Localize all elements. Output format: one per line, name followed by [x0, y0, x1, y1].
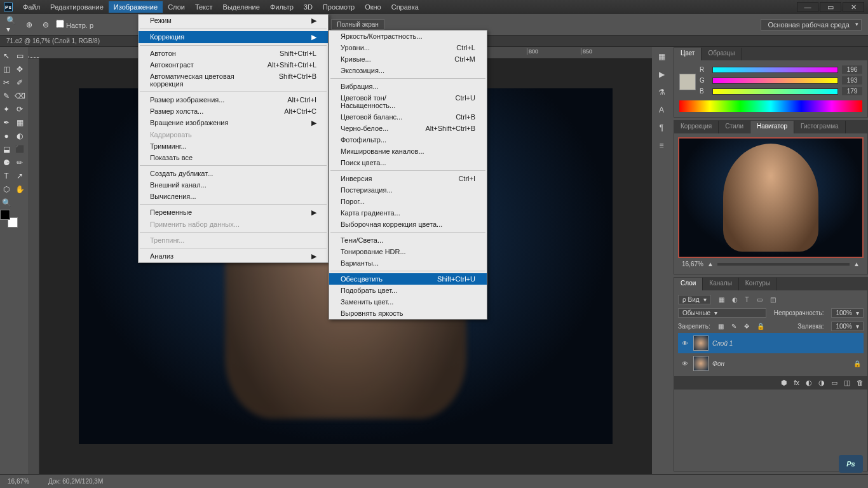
menu-item[interactable]: Цветовой тон/Насыщенность...Ctrl+U	[329, 92, 487, 111]
zoom-in-small-icon[interactable]: ▲	[853, 261, 860, 268]
menu-item[interactable]: Цветовой баланс...Ctrl+B	[329, 111, 487, 123]
layer-thumbnail[interactable]	[693, 336, 709, 351]
menu-item[interactable]: Вибрация...	[329, 81, 487, 92]
lock-all-icon[interactable]: 🔒	[757, 323, 764, 330]
layer-item[interactable]: 👁 Фон 🔒	[678, 353, 864, 374]
layer-footer-icon-3[interactable]: ◑	[818, 379, 825, 387]
menu-слои[interactable]: Слои	[163, 1, 190, 13]
menu-справка[interactable]: Справка	[386, 1, 424, 13]
tab-paths[interactable]: Контуры	[739, 278, 777, 290]
lock-transparency-icon[interactable]: ▦	[718, 323, 724, 330]
lock-image-icon[interactable]: ✎	[731, 323, 736, 330]
menu-item[interactable]: Внешний канал...	[139, 179, 328, 191]
menu-item[interactable]: Микширование каналов...	[329, 146, 487, 157]
navigator-zoom-slider[interactable]	[717, 263, 850, 266]
layer-footer-icon-0[interactable]: ⬢	[781, 379, 787, 387]
menu-item[interactable]: Вычисления...	[139, 191, 328, 202]
menu-item[interactable]: АвтоконтрастAlt+Shift+Ctrl+L	[139, 59, 328, 71]
r-slider[interactable]	[712, 67, 838, 73]
opacity-value[interactable]: 100%	[831, 308, 864, 318]
tool-15[interactable]: ⬛	[13, 143, 26, 156]
menu-редактирование[interactable]: Редактирование	[45, 1, 109, 13]
minimize-button[interactable]: —	[797, 2, 818, 12]
layer-footer-icon-4[interactable]: ▭	[831, 379, 837, 387]
filter-smart-icon[interactable]: ◫	[770, 296, 776, 303]
foreground-swatch[interactable]	[0, 210, 10, 220]
menu-item[interactable]: Коррекция▶	[139, 31, 328, 43]
tab-styles[interactable]: Стили	[719, 121, 750, 133]
maximize-button[interactable]: ▭	[820, 2, 841, 12]
layer-item[interactable]: 👁 Слой 1	[678, 333, 864, 353]
r-value[interactable]: 196	[842, 65, 862, 74]
blend-mode-select[interactable]: Обычные	[678, 308, 766, 318]
image-menu-dropdown[interactable]: Режим▶Коррекция▶АвтотонShift+Ctrl+LАвток…	[138, 14, 329, 263]
tool-2[interactable]: ◫	[0, 63, 13, 76]
tool-0[interactable]: ↖	[0, 50, 13, 62]
color-spectrum[interactable]	[679, 100, 862, 112]
collapsed-panel-icon-1[interactable]: ▶	[656, 69, 667, 80]
collapsed-panel-icon-2[interactable]: ⚗	[656, 86, 667, 98]
menu-item[interactable]: Кривые...Ctrl+M	[329, 53, 487, 65]
tab-layers[interactable]: Слои	[674, 278, 703, 290]
menu-item[interactable]: Постеризация...	[329, 184, 487, 196]
menu-item[interactable]: Фотофильтр...	[329, 134, 487, 146]
layer-thumbnail[interactable]	[693, 356, 709, 371]
tool-12[interactable]: ●	[0, 130, 13, 142]
tool-17[interactable]: ✏	[13, 156, 26, 169]
menu-изображение[interactable]: Изображение	[109, 1, 163, 13]
menu-item[interactable]: Яркость/Контрастность...	[329, 30, 487, 42]
menu-item[interactable]: Заменить цвет...	[329, 296, 487, 308]
menu-файл[interactable]: Файл	[18, 1, 45, 13]
layer-name[interactable]: Слой 1	[712, 340, 733, 347]
menu-item[interactable]: Размер изображения...Alt+Ctrl+I	[139, 94, 328, 105]
menu-item[interactable]: Экспозиция...	[329, 65, 487, 76]
tool-11[interactable]: ▦	[13, 116, 26, 129]
menu-выделение[interactable]: Выделение	[218, 1, 265, 13]
status-zoom[interactable]: 16,67%	[8, 478, 29, 485]
tool-7[interactable]: ⌫	[13, 90, 26, 102]
lock-position-icon[interactable]: ✥	[744, 323, 749, 330]
menu-item[interactable]: Показать все	[139, 152, 328, 163]
tool-13[interactable]: ◐	[13, 130, 26, 142]
zoom-icon[interactable]: 🔍▾	[6, 18, 19, 31]
zoom-out-icon[interactable]: ⊖	[39, 18, 52, 31]
zoom-out-small-icon[interactable]: ▲	[707, 261, 714, 268]
filter-type-icon[interactable]: T	[745, 296, 749, 303]
zoom-in-icon[interactable]: ⊕	[23, 18, 36, 31]
layer-name[interactable]: Фон	[712, 360, 724, 367]
menu-item[interactable]: Выборочная коррекция цвета...	[329, 219, 487, 230]
menu-item[interactable]: Автоматическая цветовая коррекцияShift+C…	[139, 71, 328, 90]
navigator-thumbnail[interactable]	[678, 137, 864, 258]
menu-фильтр[interactable]: Фильтр	[265, 1, 299, 13]
tool-22[interactable]: 🔍	[0, 196, 13, 209]
menu-item[interactable]: Размер холста...Alt+Ctrl+C	[139, 105, 328, 117]
tool-5[interactable]: ✐	[13, 76, 26, 89]
menu-item[interactable]: Выровнять яркость	[329, 308, 487, 319]
collapsed-panel-icon-3[interactable]: A	[656, 104, 667, 116]
tool-10[interactable]: ✒	[0, 116, 13, 129]
menu-item[interactable]: Переменные▶	[139, 207, 328, 219]
menu-item[interactable]: Варианты...	[329, 257, 487, 269]
layer-filter-kind[interactable]: ρ Вид	[678, 295, 711, 304]
collapsed-panel-icon-4[interactable]: ¶	[656, 122, 667, 133]
status-doc-size[interactable]: Док: 60,2M/120,3M	[48, 478, 103, 485]
menu-item[interactable]: Тримминг...	[139, 140, 328, 152]
b-slider[interactable]	[712, 88, 838, 95]
tool-6[interactable]: ✎	[0, 90, 13, 102]
tool-9[interactable]: ⟳	[13, 103, 26, 116]
tab-histogram[interactable]: Гистограмма	[794, 121, 846, 133]
visibility-toggle-icon[interactable]: 👁	[681, 360, 689, 367]
visibility-toggle-icon[interactable]: 👁	[681, 340, 689, 347]
menu-item[interactable]: ИнверсияCtrl+I	[329, 173, 487, 184]
color-swatch-pair[interactable]	[0, 210, 18, 227]
close-button[interactable]: ✕	[843, 2, 864, 12]
menu-item[interactable]: Тени/Света...	[329, 234, 487, 246]
navigator-zoom-value[interactable]: 16,67%	[682, 261, 703, 268]
menu-item[interactable]: Вращение изображения▶	[139, 117, 328, 129]
full-screen-button[interactable]: Полный экран	[331, 19, 384, 30]
layer-footer-icon-2[interactable]: ◐	[806, 379, 812, 387]
menu-текст[interactable]: Текст	[190, 1, 218, 13]
menu-item[interactable]: Создать дубликат...	[139, 168, 328, 179]
adjustments-submenu-dropdown[interactable]: Яркость/Контрастность...Уровни...Ctrl+LК…	[329, 30, 487, 320]
tool-16[interactable]: ⚈	[0, 156, 13, 169]
